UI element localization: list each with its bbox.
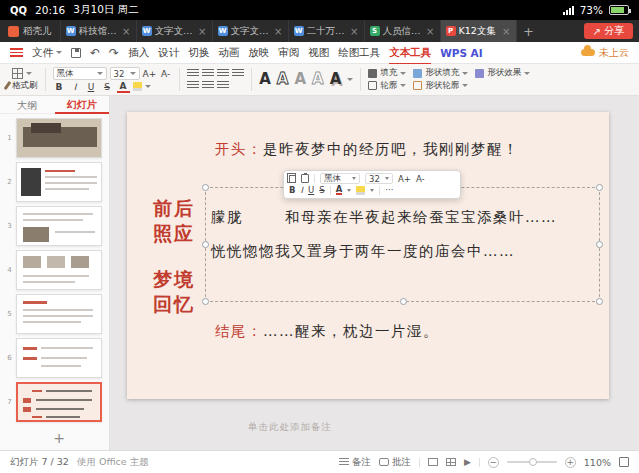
paste-icon[interactable] [301,174,309,183]
file-menu[interactable]: 文件 [32,46,62,60]
increase-font-button[interactable]: A+ [143,67,157,80]
align-center-button[interactable] [202,69,214,78]
italic-button[interactable]: I [69,80,82,93]
zoom-slider[interactable] [507,461,557,463]
wordart-style-5[interactable]: A [330,66,342,92]
strikethrough-button[interactable]: S [101,80,114,93]
line-spacing-button[interactable] [202,81,214,90]
save-button[interactable] [71,48,81,58]
align-right-button[interactable] [217,69,229,78]
resize-handle[interactable] [202,298,209,305]
italic-button[interactable]: I [300,185,303,195]
undo-button[interactable]: ↶ [90,47,100,59]
menu-tab-view[interactable]: 视图 [308,46,329,60]
underline-button[interactable]: U [308,185,314,195]
decrease-font-button[interactable]: A- [416,174,425,184]
menu-tab-insert[interactable]: 插入 [128,46,149,60]
wps-ai-button[interactable]: WPS AI [440,47,483,59]
text-outline-button[interactable]: 轮廓 [368,80,406,93]
docer-home-tab[interactable]: 稻壳儿 [0,20,61,42]
comments-toggle-button[interactable]: 批注 [379,456,411,469]
document-tab[interactable]: W 文字文稿2 × [213,20,289,42]
document-tab[interactable]: W 科技馆(1).docx × [61,20,137,42]
resize-handle[interactable] [596,241,603,248]
annotation-qianhou-zhaoying[interactable]: 前后 照应 [153,196,195,246]
menu-tab-slideshow[interactable]: 放映 [248,46,269,60]
font-color-button[interactable]: A [117,80,130,93]
format-painter-button[interactable]: 格式刷 [12,80,38,92]
wordart-style-2[interactable]: A [277,66,289,92]
add-slide-button[interactable]: + [16,430,102,446]
align-left-button[interactable] [187,69,199,78]
wordart-gallery-expand-icon[interactable] [347,78,353,81]
grid-view-button[interactable] [446,458,456,466]
strikethrough-button[interactable]: S [319,185,324,195]
close-icon[interactable]: × [350,26,358,37]
paste-icon[interactable] [12,68,23,79]
shape-effect-button[interactable]: 形状效果 [475,67,530,80]
share-button[interactable]: ↗ 分享 [584,23,633,39]
more-options-button[interactable]: ··· [385,185,393,195]
font-color-button[interactable]: A [336,185,343,195]
new-document-button[interactable]: + [517,20,541,42]
highlight-color-button[interactable] [356,186,365,195]
resize-handle[interactable] [596,184,603,191]
slide-body-line-2[interactable]: 恍恍惚惚我又置身于两年一度的庙会中…… [211,242,515,261]
menu-tab-review[interactable]: 审阅 [278,46,299,60]
zoom-out-button[interactable]: − [488,457,499,468]
play-slideshow-button[interactable]: ▶ [464,457,471,467]
wordart-style-1[interactable]: A [259,66,271,92]
font-size-select[interactable]: 32 [365,173,393,184]
notes-toggle-button[interactable]: 备注 [339,456,371,469]
slide-thumbnail[interactable] [16,118,102,158]
resize-handle[interactable] [596,298,603,305]
menu-tab-drawing-tools[interactable]: 绘图工具 [338,46,380,60]
close-icon[interactable]: × [274,26,282,37]
document-tab[interactable]: S 人员信息统计(1) × [365,20,441,42]
resize-handle[interactable] [202,241,209,248]
resize-handle[interactable] [202,184,209,191]
decrease-font-button[interactable]: A- [159,67,172,80]
text-direction-button[interactable] [217,81,229,90]
redo-button[interactable]: ↷ [109,47,119,59]
close-icon[interactable]: × [122,26,130,37]
slide-thumbnail[interactable] [16,206,102,246]
notes-placeholder[interactable]: 单击此处添加备注 [248,421,332,434]
document-tab[interactable]: W 二十万字数读后感 × [289,20,365,42]
slide-thumbnail[interactable] [16,338,102,378]
menu-tab-animation[interactable]: 动画 [218,46,239,60]
slide-canvas[interactable]: 开头：是昨夜梦中的经历吧，我刚刚梦醒！ 前后 照应 朦胧 和母亲在半夜起来给蚕宝… [127,112,609,399]
slide-thumbnail[interactable] [16,294,102,334]
font-size-select[interactable]: 32 [110,67,140,80]
annotation-mengjing-huiyi[interactable]: 梦境 回忆 [153,267,195,317]
font-name-select[interactable]: 黑体 [320,173,360,184]
bold-button[interactable]: B [289,185,295,195]
zoom-in-button[interactable]: + [565,457,576,468]
cloud-sync-status[interactable]: 未上云 [581,46,629,60]
slide-thumbnail[interactable] [16,162,102,202]
slide-body-line-1[interactable]: 和母亲在半夜起来给蚕宝宝添桑叶…… [285,208,557,227]
shape-outline-button[interactable]: 形状轮廓 [413,80,468,93]
bullet-list-button[interactable] [187,81,199,90]
menu-tab-text-tools[interactable]: 文本工具 [389,46,431,60]
fullscreen-button[interactable] [619,457,629,467]
text-fill-button[interactable]: 填充 [368,67,406,80]
slide-thumbnail-selected[interactable] [16,382,102,422]
slide-keyword[interactable]: 朦胧 [211,208,243,227]
underline-button[interactable]: U [85,80,98,93]
document-tab-active[interactable]: P K12文集 × [441,20,517,42]
normal-view-button[interactable] [428,458,438,466]
tab-slides[interactable]: 幻灯片 [55,96,110,114]
close-icon[interactable]: × [426,26,434,37]
tab-outline[interactable]: 大纲 [0,97,55,113]
document-tab[interactable]: W 文字文稿1 × [137,20,213,42]
close-icon[interactable]: × [502,26,510,37]
bold-button[interactable]: B [53,80,66,93]
zoom-slider-handle[interactable] [529,458,537,466]
wordart-style-4[interactable]: A [312,66,324,92]
highlight-color-button[interactable] [133,82,142,91]
menu-tab-transition[interactable]: 切换 [188,46,209,60]
close-icon[interactable]: × [198,26,206,37]
font-name-select[interactable]: 黑体 [53,67,107,80]
resize-handle[interactable] [400,298,407,305]
